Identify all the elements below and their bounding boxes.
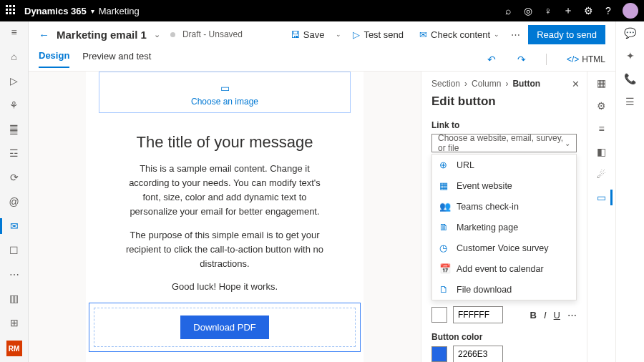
back-button[interactable]: ←	[39, 29, 49, 41]
refresh-icon[interactable]: ⟳	[6, 171, 22, 184]
properties-panel: ✕ Section› Column› Button Edit button Li…	[421, 72, 587, 362]
file-icon: 🗋	[439, 284, 450, 295]
text-color-input[interactable]	[453, 306, 503, 323]
button-color-swatch[interactable]	[431, 346, 447, 362]
lightbulb-icon[interactable]: ♀	[538, 5, 558, 16]
chat-icon[interactable]: 💬	[624, 27, 636, 39]
menu-item-customer-voice[interactable]: ◷Customer Voice survey	[432, 238, 576, 258]
linkto-dropdown[interactable]: Choose a website, email, survey, or file…	[431, 134, 577, 152]
command-bar: ← Marketing email 1 ⌄ Draft - Unsaved 🖫S…	[29, 21, 615, 47]
button-color-label: Button color	[431, 332, 577, 342]
hamburger-icon[interactable]: ≡	[6, 26, 22, 39]
tab-bar: Design Preview and test ↶ ↷ </>HTML	[29, 47, 615, 72]
toolbox-rail: ▦ ⚙ ≡ ◧ ☄ ▭	[587, 72, 615, 362]
library-icon[interactable]: ▥	[6, 292, 22, 305]
test-send-button[interactable]: ▷Test send	[348, 26, 408, 43]
menu-item-add-calendar[interactable]: 📅Add event to calendar	[432, 258, 576, 279]
ready-to-send-button[interactable]: Ready to send	[528, 25, 605, 44]
html-button[interactable]: </>HTML	[567, 54, 605, 64]
button-block-selected[interactable]: Download PDF	[89, 303, 361, 352]
task-icon[interactable]: ◎	[518, 5, 538, 16]
check-content-button[interactable]: ✉Check content⌄	[415, 26, 504, 43]
menu-item-teams-checkin[interactable]: 👥Teams check-in	[432, 196, 576, 217]
left-nav-rail: ≡ ⌂ ▷ ⚘ ䷀ ☲ ⟳ @ ✉ ☐ ⋯ ▥ ⊞ RM	[0, 21, 29, 362]
brand-name[interactable]: Dynamics 365	[24, 6, 87, 16]
linkto-menu: ⊕URL ▦Event website 👥Teams check-in 🗎Mar…	[431, 154, 577, 300]
title-chevron-icon[interactable]: ⌄	[154, 30, 160, 39]
status-dot	[170, 32, 175, 37]
area-name[interactable]: Marketing	[99, 6, 140, 16]
analytics-icon[interactable]: ䷀	[6, 122, 22, 135]
email-canvas[interactable]: ▭ Choose an image The title of your mess…	[29, 72, 421, 362]
email-title[interactable]: The title of your message	[100, 133, 349, 152]
cta-button[interactable]: Download PDF	[180, 315, 268, 339]
email-body-2[interactable]: The purpose of this simple email is to g…	[120, 228, 329, 271]
survey-icon: ◷	[439, 243, 450, 253]
personalize-tab-icon[interactable]: ☄	[597, 169, 606, 180]
ellipsis-icon[interactable]: ⋯	[6, 268, 22, 281]
styles-tab-icon[interactable]: ≡	[598, 123, 604, 134]
format-more-button[interactable]: ⋯	[567, 310, 577, 321]
check-icon: ✉	[419, 29, 427, 40]
avatar[interactable]	[623, 3, 638, 19]
mail-icon[interactable]: ✉	[6, 220, 22, 233]
assistant-icon[interactable]: ✦	[626, 50, 635, 62]
save-button[interactable]: 🖫Save	[286, 26, 329, 43]
send-icon: ▷	[353, 29, 360, 40]
menu-item-event-website[interactable]: ▦Event website	[432, 175, 576, 196]
list-icon[interactable]: ☲	[6, 147, 22, 160]
undo-button[interactable]: ↶	[487, 54, 496, 65]
elements-tab-icon[interactable]: ▦	[597, 77, 606, 89]
overflow-button[interactable]: ⋯	[511, 29, 521, 40]
close-panel-button[interactable]: ✕	[572, 79, 580, 89]
form-icon[interactable]: ☐	[6, 244, 22, 257]
image-placeholder[interactable]: ▭ Choose an image	[99, 72, 351, 113]
breadcrumb: Section› Column› Button	[431, 79, 577, 89]
redo-button[interactable]: ↷	[517, 54, 526, 65]
search-icon[interactable]: ⌕	[498, 5, 518, 16]
linkto-label: Link to	[431, 120, 577, 130]
italic-button[interactable]: I	[544, 310, 547, 321]
status-text: Draft - Unsaved	[182, 29, 243, 39]
menu-item-file-download[interactable]: 🗋File download	[432, 279, 576, 300]
play-icon[interactable]: ▷	[6, 74, 22, 87]
phone-icon[interactable]: 📞	[624, 73, 636, 84]
teams-icon: 👥	[439, 201, 450, 212]
settings-tab-icon[interactable]: ⚙	[597, 100, 606, 112]
home-icon[interactable]: ⌂	[6, 50, 22, 63]
tab-preview[interactable]: Preview and test	[82, 51, 151, 67]
email-body-3[interactable]: Good luck! Hope it works.	[120, 280, 329, 294]
chevron-down-icon: ▾	[91, 7, 94, 15]
add-icon[interactable]: ＋	[558, 4, 578, 17]
globe-icon: ⊕	[439, 160, 450, 170]
bold-button[interactable]: B	[530, 310, 537, 321]
menu-item-marketing-page[interactable]: 🗎Marketing page	[432, 217, 576, 238]
global-topbar: Dynamics 365 ▾ Marketing ⌕ ◎ ♀ ＋ ⚙ ?	[0, 0, 644, 21]
journey-icon[interactable]: ⚘	[6, 99, 22, 112]
chevron-down-icon: ⌄	[494, 31, 499, 38]
panel-heading: Edit button	[431, 94, 577, 109]
chevron-down-icon: ⌄	[565, 140, 570, 147]
button-props-tab-icon[interactable]: ▭	[597, 192, 606, 203]
more-icon[interactable]: ⊞	[6, 316, 22, 329]
save-icon: 🖫	[291, 29, 300, 40]
app-launcher-icon[interactable]	[6, 5, 17, 16]
save-split-icon[interactable]: ⌄	[336, 31, 341, 38]
settings-icon[interactable]: ⚙	[578, 5, 598, 16]
calendar-icon: 📅	[439, 263, 450, 274]
website-icon: ▦	[439, 180, 450, 191]
underline-button[interactable]: U	[554, 310, 560, 321]
text-color-swatch[interactable]	[431, 307, 447, 323]
button-color-input[interactable]	[453, 346, 503, 362]
layers-tab-icon[interactable]: ◧	[597, 146, 606, 157]
page-icon: 🗎	[439, 222, 450, 233]
image-icon: ▭	[220, 82, 230, 94]
tasks-icon[interactable]: ☰	[625, 96, 635, 107]
tab-design[interactable]: Design	[39, 50, 69, 68]
help-icon[interactable]: ?	[598, 5, 618, 16]
side-pane-rail: 💬 ✦ 📞 ☰	[615, 21, 644, 362]
area-badge[interactable]: RM	[6, 341, 22, 356]
at-icon[interactable]: @	[6, 195, 22, 208]
menu-item-url[interactable]: ⊕URL	[432, 155, 576, 175]
email-body-1[interactable]: This is a sample email content. Change i…	[120, 162, 329, 220]
